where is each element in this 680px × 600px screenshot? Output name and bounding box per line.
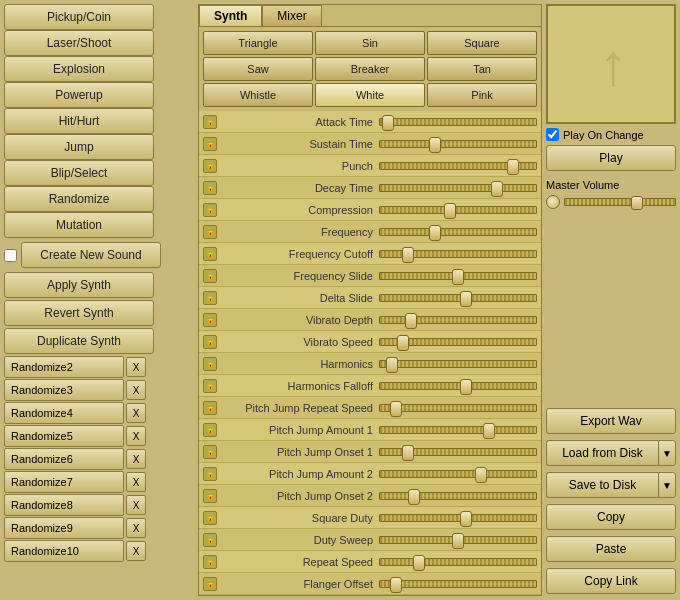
randomize-x-3[interactable]: X: [126, 426, 146, 446]
lock-icon-11[interactable]: 🔒: [203, 357, 217, 371]
slider-track-12[interactable]: [379, 382, 537, 390]
play-on-change-checkbox[interactable]: [546, 128, 559, 141]
slider-thumb-4[interactable]: [444, 203, 456, 219]
lock-icon-13[interactable]: 🔒: [203, 401, 217, 415]
lock-icon-20[interactable]: 🔒: [203, 555, 217, 569]
save-to-disk-button[interactable]: Save to Disk: [546, 472, 658, 498]
slider-thumb-2[interactable]: [507, 159, 519, 175]
slider-thumb-20[interactable]: [413, 555, 425, 571]
paste-button[interactable]: Paste: [546, 536, 676, 562]
volume-knob[interactable]: [546, 195, 560, 209]
slider-thumb-17[interactable]: [408, 489, 420, 505]
slider-thumb-12[interactable]: [460, 379, 472, 395]
apply-synth-button[interactable]: Apply Synth: [4, 272, 154, 298]
lock-icon-6[interactable]: 🔒: [203, 247, 217, 261]
randomize-x-4[interactable]: X: [126, 449, 146, 469]
lock-icon-19[interactable]: 🔒: [203, 533, 217, 547]
randomize-label-6[interactable]: Randomize8: [4, 494, 124, 516]
copy-button[interactable]: Copy: [546, 504, 676, 530]
slider-track-14[interactable]: [379, 426, 537, 434]
wave-btn-square[interactable]: Square: [427, 31, 537, 55]
lock-icon-14[interactable]: 🔒: [203, 423, 217, 437]
slider-track-0[interactable]: [379, 118, 537, 126]
slider-track-21[interactable]: [379, 580, 537, 588]
randomize-label-4[interactable]: Randomize6: [4, 448, 124, 470]
slider-thumb-18[interactable]: [460, 511, 472, 527]
export-wav-button[interactable]: Export Wav: [546, 408, 676, 434]
slider-track-16[interactable]: [379, 470, 537, 478]
slider-track-17[interactable]: [379, 492, 537, 500]
slider-thumb-13[interactable]: [390, 401, 402, 417]
slider-thumb-6[interactable]: [402, 247, 414, 263]
slider-track-13[interactable]: [379, 404, 537, 412]
slider-track-9[interactable]: [379, 316, 537, 324]
slider-track-4[interactable]: [379, 206, 537, 214]
lock-icon-9[interactable]: 🔒: [203, 313, 217, 327]
slider-thumb-0[interactable]: [382, 115, 394, 131]
volume-slider-thumb[interactable]: [631, 196, 643, 210]
slider-thumb-8[interactable]: [460, 291, 472, 307]
slider-thumb-16[interactable]: [475, 467, 487, 483]
duplicate-synth-button[interactable]: Duplicate Synth: [4, 328, 154, 354]
slider-thumb-10[interactable]: [397, 335, 409, 351]
play-button[interactable]: Play: [546, 145, 676, 171]
sliders-area[interactable]: 🔒Attack Time🔒Sustain Time🔒Punch🔒Decay Ti…: [199, 111, 541, 595]
lock-icon-15[interactable]: 🔒: [203, 445, 217, 459]
randomize-label-1[interactable]: Randomize3: [4, 379, 124, 401]
copy-link-button[interactable]: Copy Link: [546, 568, 676, 594]
randomize-label-8[interactable]: Randomize10: [4, 540, 124, 562]
slider-track-1[interactable]: [379, 140, 537, 148]
randomize-label-7[interactable]: Randomize9: [4, 517, 124, 539]
lock-icon-17[interactable]: 🔒: [203, 489, 217, 503]
sound-button-8[interactable]: Mutation: [4, 212, 154, 238]
lock-icon-3[interactable]: 🔒: [203, 181, 217, 195]
slider-track-7[interactable]: [379, 272, 537, 280]
load-from-disk-arrow[interactable]: ▼: [658, 440, 676, 466]
randomize-label-5[interactable]: Randomize7: [4, 471, 124, 493]
slider-track-2[interactable]: [379, 162, 537, 170]
randomize-x-1[interactable]: X: [126, 380, 146, 400]
wave-btn-pink[interactable]: Pink: [427, 83, 537, 107]
create-new-sound-checkbox[interactable]: [4, 249, 17, 262]
slider-thumb-11[interactable]: [386, 357, 398, 373]
randomize-x-2[interactable]: X: [126, 403, 146, 423]
volume-track[interactable]: [564, 198, 676, 206]
wave-btn-breaker[interactable]: Breaker: [315, 57, 425, 81]
sound-button-4[interactable]: Hit/Hurt: [4, 108, 154, 134]
slider-track-19[interactable]: [379, 536, 537, 544]
slider-track-3[interactable]: [379, 184, 537, 192]
lock-icon-18[interactable]: 🔒: [203, 511, 217, 525]
lock-icon-0[interactable]: 🔒: [203, 115, 217, 129]
randomize-x-0[interactable]: X: [126, 357, 146, 377]
randomize-label-0[interactable]: Randomize2: [4, 356, 124, 378]
randomize-label-2[interactable]: Randomize4: [4, 402, 124, 424]
lock-icon-5[interactable]: 🔒: [203, 225, 217, 239]
tab-mixer[interactable]: Mixer: [262, 5, 321, 26]
sound-button-1[interactable]: Laser/Shoot: [4, 30, 154, 56]
sound-button-6[interactable]: Blip/Select: [4, 160, 154, 186]
slider-track-20[interactable]: [379, 558, 537, 566]
slider-thumb-9[interactable]: [405, 313, 417, 329]
sound-button-3[interactable]: Powerup: [4, 82, 154, 108]
slider-track-5[interactable]: [379, 228, 537, 236]
slider-track-8[interactable]: [379, 294, 537, 302]
sound-button-5[interactable]: Jump: [4, 134, 154, 160]
sound-button-7[interactable]: Randomize: [4, 186, 154, 212]
slider-thumb-3[interactable]: [491, 181, 503, 197]
sound-button-2[interactable]: Explosion: [4, 56, 154, 82]
create-new-sound-button[interactable]: Create New Sound: [21, 242, 161, 268]
slider-thumb-21[interactable]: [390, 577, 402, 593]
lock-icon-1[interactable]: 🔒: [203, 137, 217, 151]
lock-icon-4[interactable]: 🔒: [203, 203, 217, 217]
slider-track-15[interactable]: [379, 448, 537, 456]
sound-button-0[interactable]: Pickup/Coin: [4, 4, 154, 30]
wave-btn-triangle[interactable]: Triangle: [203, 31, 313, 55]
lock-icon-21[interactable]: 🔒: [203, 577, 217, 591]
lock-icon-8[interactable]: 🔒: [203, 291, 217, 305]
slider-track-6[interactable]: [379, 250, 537, 258]
randomize-x-8[interactable]: X: [126, 541, 146, 561]
lock-icon-16[interactable]: 🔒: [203, 467, 217, 481]
tab-synth[interactable]: Synth: [199, 5, 262, 26]
slider-thumb-1[interactable]: [429, 137, 441, 153]
wave-btn-saw[interactable]: Saw: [203, 57, 313, 81]
